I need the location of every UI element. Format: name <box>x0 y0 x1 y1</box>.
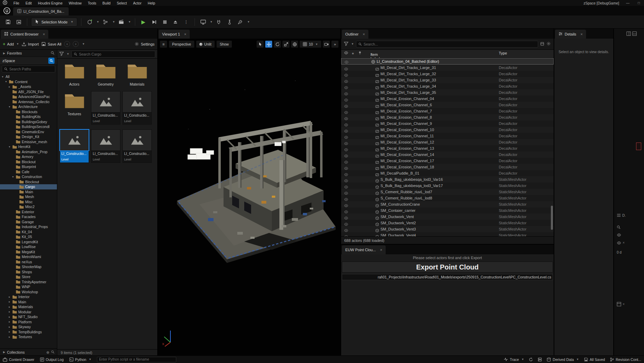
camera-speed-button[interactable] <box>323 40 330 48</box>
asset-tile-5-li-constructio[interactable]: LI_Constructio...Level <box>122 91 152 125</box>
outliner-row-mi-decal-erosion-channel-17[interactable]: MI_Decal_Erosion_Channel_17DecalActor <box>341 158 554 164</box>
outliner-row-mi-decal-dirt-tracks-large-31[interactable]: MI_Decal_Dirt_Tracks_Large_31DecalActor <box>341 65 554 71</box>
outliner-row-mi-decal-erosion-channel-6[interactable]: MI_Decal_Erosion_Channel_6DecalActor <box>341 102 554 108</box>
outliner-row-s-bulk-bag-ukxkbesqa-lod3-var17[interactable]: S_Bulk_Bag_ukxkbesqa_lod3_Var17StaticMes… <box>341 183 554 189</box>
filter-icon[interactable] <box>344 42 348 47</box>
play-button[interactable]: ▶ <box>139 18 148 27</box>
outliner-row-sm-constructioncrane[interactable]: SM_ConstructionCraneStaticMeshActor <box>341 201 554 207</box>
launch-button[interactable] <box>236 18 245 27</box>
tree-item-blockouts[interactable]: Blockouts <box>0 109 57 115</box>
menu-window[interactable]: Window <box>66 1 84 6</box>
outliner-row-sm-ductwork-vent2[interactable]: SM_Ductwork_Vent2StaticMeshActor <box>341 220 554 226</box>
save-all-button[interactable]: Save All <box>41 42 61 46</box>
menu-build[interactable]: Build <box>100 1 113 6</box>
asset-tile-0-actors[interactable]: Actors <box>59 61 89 86</box>
save-button[interactable] <box>3 18 12 27</box>
select-tool-button[interactable] <box>256 40 264 48</box>
output-log-button[interactable]: Output Log <box>40 357 64 362</box>
outliner-row-mi-decal-dirt-tracks-large-32[interactable]: MI_Decal_Dirt_Tracks_Large_32DecalActor <box>341 71 554 77</box>
collapsed-search-icon[interactable] <box>617 225 621 229</box>
outliner-row-mi-decal-erosion-channel-7[interactable]: MI_Decal_Erosion_Channel_7DecalActor <box>341 108 554 114</box>
menu-help[interactable]: Help <box>145 1 158 6</box>
tree-item-skyway[interactable]: ▸Skyway <box>0 324 57 330</box>
import-button[interactable]: Import <box>22 42 39 46</box>
outliner-row-s-cement-rubble-riuvl-lod8[interactable]: S_Cement_Rubble_riuvL_lod8StaticMeshActo… <box>341 195 554 201</box>
tree-item-blueprint[interactable]: Blueprint <box>0 164 57 169</box>
tree-item-all[interactable]: ▾All <box>0 74 57 79</box>
outliner-row-s-bulk-bag-ukxkbesqa-lod3-var16[interactable]: S_Bulk_Bag_ukxkbesqa_lod3_Var16StaticMes… <box>341 176 554 183</box>
docked-window-icon[interactable]: × <box>617 302 625 306</box>
tree-item-kit-04[interactable]: Kit_04 <box>0 229 57 235</box>
breadcrumb-dropdown-icon[interactable]: ▼ <box>82 42 85 46</box>
outliner-row-mi-decal-erosion-channel-13[interactable]: MI_Decal_Erosion_Channel_13DecalActor <box>341 145 554 151</box>
platforms-button[interactable] <box>199 18 208 27</box>
outliner-row-mi-decal-erosion-channel-9[interactable]: MI_Decal_Erosion_Channel_9DecalActor <box>341 120 554 127</box>
tree-item-assets[interactable]: ▸_Assets <box>0 84 57 89</box>
menu-edit[interactable]: Edit <box>23 1 34 6</box>
close-icon[interactable]: × <box>581 32 583 36</box>
tab-euw-point-cloud[interactable]: EUW Point Clou... × <box>342 245 386 254</box>
grid-snap-control[interactable]: 10 ▼ <box>299 40 321 48</box>
add-content-button[interactable] <box>85 18 94 27</box>
search-icon[interactable] <box>51 350 55 354</box>
tree-item-megakit[interactable]: MegaKit <box>0 249 57 255</box>
revision-control-button[interactable]: Revision Cont... <box>610 357 641 362</box>
collections-header[interactable]: ▶ Collections ⊕ <box>0 349 57 355</box>
close-icon[interactable]: × <box>380 248 382 252</box>
outliner-search-input[interactable] <box>364 42 536 46</box>
export-path-field[interactable]: ral\01_Projects\Infrastructure\Road\01_M… <box>342 274 553 280</box>
tree-item-architecture[interactable]: ▾Architecture <box>0 104 57 109</box>
outliner-row-mi-decal-erosion-channel-14[interactable]: MI_Decal_Erosion_Channel_14DecalActor <box>341 151 554 158</box>
refresh-icon[interactable] <box>529 357 533 362</box>
skip-frame-button[interactable] <box>150 18 159 27</box>
menu-file[interactable]: File <box>11 1 22 6</box>
tree-item-abi-json-file[interactable]: ABI_JSON_File <box>0 89 57 95</box>
tree-item-misc2[interactable]: Misc2 <box>0 204 57 209</box>
outliner-row-mi-decal-erosion-channel-04[interactable]: MI_Decal_Erosion_Channel_04DecalActor <box>341 96 554 102</box>
tree-item-buildingsgobey[interactable]: BuildingsGobey <box>0 119 57 125</box>
tree-item-nexus[interactable]: neXus <box>0 259 57 265</box>
tree-item-advancedglasspac[interactable]: AdvancedGlassPac <box>0 94 57 99</box>
all-saved-indicator[interactable]: All Saved <box>584 357 605 362</box>
outliner-row-mi-decal-dirt-tracks-large-34[interactable]: MI_Decal_Dirt_Tracks_Large_34DecalActor <box>341 83 554 89</box>
tree-item-mesh[interactable]: Mesh <box>0 194 57 199</box>
tree-item-blockout[interactable]: Blockout <box>0 179 57 185</box>
device-button[interactable] <box>214 18 223 27</box>
asset-tile-6-li-constructio[interactable]: LI_Constructio...Level <box>59 129 89 163</box>
outliner-pin-icon[interactable] <box>540 42 544 47</box>
outliner-row-mi-decal-erosion-channel-18[interactable]: MI_Decal_Erosion_Channel_18DecalActor <box>341 164 554 170</box>
tree-item-metrowiami[interactable]: MetroWiami <box>0 254 57 259</box>
forward-button[interactable]: › <box>73 41 79 47</box>
viewport-menu-icon[interactable]: ≡ <box>160 40 167 48</box>
level-tab[interactable]: LI_Construction_04_Ba... <box>13 7 69 16</box>
outliner-row-sm-contaier-carrier[interactable]: SM_Contaier_carrierStaticMeshActor <box>341 207 554 214</box>
minimize-button[interactable]: — <box>625 1 631 5</box>
tree-item-buildingkits[interactable]: BuildingKits <box>0 114 57 119</box>
tree-item-shootermap[interactable]: ShooterMap <box>0 264 57 269</box>
tree-item-materials[interactable]: ▸Materials <box>0 304 57 310</box>
outliner-row-mi-decal-erosion-channel-8[interactable]: MI_Decal_Erosion_Channel_8DecalActor <box>341 114 554 120</box>
tree-item-cargo[interactable]: Cargo <box>0 184 57 189</box>
add-button[interactable]: + Add ▼ <box>3 41 19 47</box>
tree-item-interior[interactable]: ▸Interior <box>0 294 57 300</box>
add-collection-icon[interactable]: ⊕ <box>46 350 49 354</box>
close-icon[interactable]: × <box>43 32 45 36</box>
menu-actor[interactable]: Actor <box>130 1 145 6</box>
filter-icon[interactable] <box>59 52 64 57</box>
tree-item-blockout[interactable]: Blockout <box>0 159 57 165</box>
asset-tile-7-li-constructio[interactable]: LI_Constructio...Level <box>91 129 121 163</box>
python-command-dropdown[interactable]: Python ▼ <box>69 357 92 362</box>
tree-item-store[interactable]: Store <box>0 274 57 279</box>
asset-tile-2-materials[interactable]: Materials <box>122 61 152 86</box>
dock-layout-icon[interactable] <box>626 31 637 36</box>
tree-item-modular[interactable]: ▸Modular <box>0 310 57 315</box>
tree-item-textures[interactable]: ▸Textures <box>0 334 57 340</box>
outliner-row-sm-ductwork-vent4[interactable]: SM_Ductwork_Vent4StaticMeshActor <box>341 232 554 236</box>
scale-tool-button[interactable] <box>282 40 290 48</box>
visibility-eye-icon[interactable]: × <box>617 241 625 245</box>
tree-item-industrial-props[interactable]: Industrial_Props <box>0 224 57 229</box>
tree-item-lowrise[interactable]: LowRise <box>0 244 57 249</box>
type-column[interactable]: Type <box>499 51 507 55</box>
view-mode-dropdown[interactable]: Unlit <box>196 40 215 48</box>
outliner-row-s-cement-rubble-riuvl-lod7[interactable]: S_Cement_Rubble_riuvL_lod7StaticMeshActo… <box>341 189 554 195</box>
